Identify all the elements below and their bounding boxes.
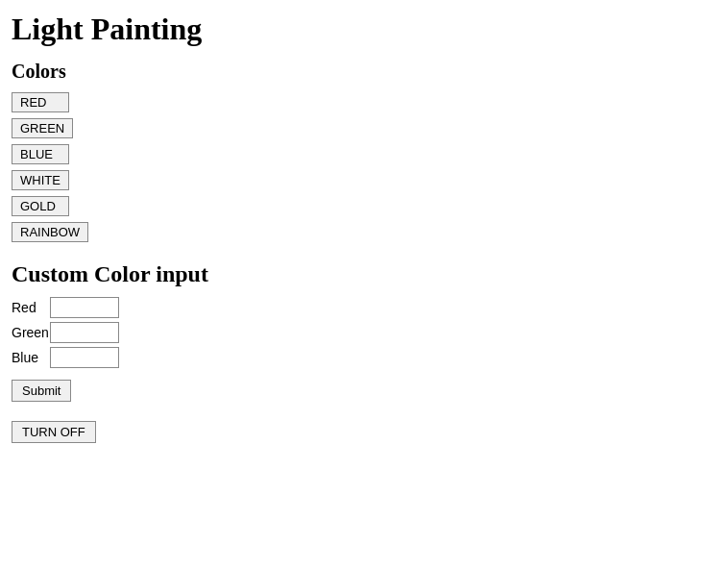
green-button[interactable]: GREEN [12, 118, 73, 138]
green-input[interactable] [50, 322, 119, 343]
red-label: Red [12, 300, 50, 315]
submit-button[interactable]: Submit [12, 380, 71, 402]
blue-input[interactable] [50, 347, 119, 368]
blue-label: Blue [12, 350, 50, 365]
colors-heading: Colors [12, 61, 716, 83]
red-button[interactable]: RED [12, 92, 69, 112]
red-input[interactable] [50, 297, 119, 318]
colors-section: Colors RED GREEN BLUE WHITE GOLD RAINBOW [12, 61, 716, 242]
custom-color-section: Custom Color input Red Green Blue Submit [12, 261, 716, 402]
page-title: Light Painting [12, 12, 716, 47]
custom-color-heading: Custom Color input [12, 261, 716, 287]
green-input-row: Green [12, 322, 716, 343]
turn-off-section: TURN OFF [12, 421, 716, 443]
blue-input-row: Blue [12, 347, 716, 368]
red-input-row: Red [12, 297, 716, 318]
rainbow-button[interactable]: RAINBOW [12, 222, 88, 242]
blue-button[interactable]: BLUE [12, 144, 69, 164]
gold-button[interactable]: GOLD [12, 196, 69, 216]
green-label: Green [12, 325, 50, 340]
white-button[interactable]: WHITE [12, 170, 69, 190]
turn-off-button[interactable]: TURN OFF [12, 421, 96, 443]
